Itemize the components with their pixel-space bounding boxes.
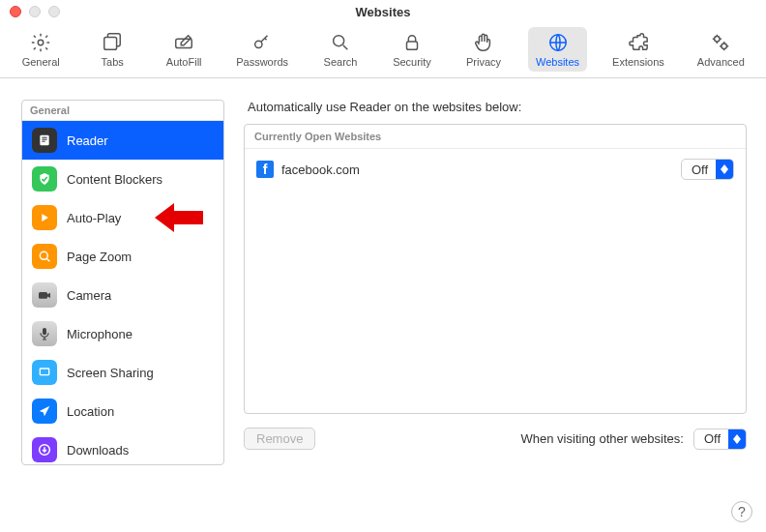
sidebar-item-label: Content Blockers: [67, 172, 162, 187]
autofill-icon: [171, 31, 196, 54]
location-icon: [32, 399, 57, 424]
open-websites-header: Currently Open Websites: [245, 125, 746, 149]
puzzle-icon: [626, 31, 651, 54]
sidebar-item-label: Auto-Play: [67, 211, 121, 225]
tab-tabs[interactable]: Tabs: [85, 27, 139, 72]
close-window-button[interactable]: [10, 6, 21, 17]
other-websites-dropdown[interactable]: Off: [693, 429, 747, 450]
chevron-up-down-icon: [716, 160, 733, 179]
microphone-icon: [32, 321, 57, 346]
sidebar-header: General: [22, 101, 223, 121]
sidebar-item-auto-play[interactable]: Auto-Play: [22, 198, 223, 237]
other-websites-label: When visiting other websites:: [521, 431, 684, 446]
svg-rect-12: [42, 141, 44, 142]
svg-point-4: [334, 36, 344, 46]
zoom-icon: [32, 244, 57, 269]
svg-rect-15: [43, 328, 46, 335]
svg-point-3: [255, 41, 262, 47]
sidebar-item-label: Screen Sharing: [67, 366, 154, 380]
tab-general[interactable]: General: [14, 27, 68, 72]
sidebar-list: Reader Content Blockers Auto-Play Page Z…: [22, 121, 223, 464]
sidebar-item-downloads[interactable]: Downloads: [22, 430, 223, 464]
sidebar-item-label: Page Zoom: [67, 250, 132, 264]
zoom-window-button[interactable]: [48, 6, 60, 17]
sidebar-item-label: Downloads: [67, 443, 129, 458]
svg-point-0: [38, 40, 44, 45]
svg-rect-1: [104, 38, 117, 50]
tab-search[interactable]: Search: [313, 27, 368, 72]
svg-rect-17: [41, 369, 48, 374]
open-websites-list: Currently Open Websites f facebook.com O…: [244, 124, 747, 414]
toolbar-label: Advanced: [697, 56, 745, 68]
sidebar-item-label: Reader: [67, 133, 108, 148]
sidebar-item-screen-sharing[interactable]: Screen Sharing: [22, 353, 223, 392]
camera-icon: [32, 282, 57, 308]
download-icon: [32, 437, 57, 462]
help-icon: ?: [738, 504, 746, 519]
category-sidebar: General Reader Content Blockers Auto-Pla…: [21, 100, 224, 465]
toolbar-label: Extensions: [612, 56, 664, 68]
sidebar-item-location[interactable]: Location: [22, 392, 223, 430]
toolbar-label: Passwords: [236, 56, 288, 68]
sidebar-item-label: Microphone: [67, 327, 133, 341]
screen-sharing-icon: [32, 360, 57, 385]
toolbar-label: Security: [393, 56, 431, 68]
globe-icon: [545, 31, 571, 54]
tab-privacy[interactable]: Privacy: [457, 27, 511, 72]
svg-rect-11: [42, 139, 46, 140]
facebook-icon: f: [256, 161, 274, 178]
tab-passwords[interactable]: Passwords: [228, 27, 296, 72]
tab-advanced[interactable]: Advanced: [690, 27, 752, 72]
play-icon: [32, 205, 57, 230]
svg-rect-9: [40, 135, 48, 146]
sidebar-item-label: Location: [67, 404, 114, 419]
minimize-window-button[interactable]: [29, 6, 41, 17]
hand-icon: [471, 31, 496, 54]
svg-rect-10: [42, 137, 46, 138]
svg-rect-14: [39, 292, 47, 299]
toolbar-label: AutoFill: [166, 56, 202, 68]
window-controls: [10, 6, 60, 17]
website-row[interactable]: f facebook.com Off: [245, 149, 746, 190]
gear-icon: [28, 31, 53, 54]
svg-rect-5: [407, 42, 418, 49]
help-button[interactable]: ?: [731, 501, 752, 522]
toolbar-label: Websites: [536, 56, 579, 68]
chevron-up-down-icon: [728, 429, 746, 449]
search-icon: [328, 31, 353, 54]
toolbar-label: Privacy: [466, 56, 501, 68]
gears-icon: [708, 31, 733, 54]
tab-security[interactable]: Security: [385, 27, 439, 72]
preferences-toolbar: General Tabs AutoFill Passwords Search S…: [0, 23, 766, 78]
window-title: Websites: [0, 5, 766, 19]
svg-point-7: [715, 37, 721, 43]
row-setting-dropdown[interactable]: Off: [681, 159, 734, 180]
shield-check-icon: [32, 166, 57, 192]
key-icon: [250, 31, 275, 54]
panel-footer: Remove When visiting other websites: Off: [244, 428, 747, 450]
sidebar-item-reader[interactable]: Reader: [22, 121, 223, 160]
toolbar-label: Search: [324, 56, 358, 68]
tab-extensions[interactable]: Extensions: [604, 27, 672, 72]
content-area: General Reader Content Blockers Auto-Pla…: [0, 78, 766, 465]
titlebar: Websites: [0, 0, 766, 23]
svg-point-8: [722, 44, 727, 48]
sidebar-item-camera[interactable]: Camera: [22, 276, 223, 314]
dropdown-value: Off: [694, 431, 728, 446]
lock-icon: [399, 31, 425, 54]
tab-autofill[interactable]: AutoFill: [157, 27, 211, 72]
sidebar-item-microphone[interactable]: Microphone: [22, 314, 223, 353]
toolbar-label: Tabs: [102, 56, 124, 68]
dropdown-value: Off: [682, 163, 716, 177]
reader-icon: [32, 128, 57, 153]
remove-button[interactable]: Remove: [244, 428, 315, 450]
sidebar-item-page-zoom[interactable]: Page Zoom: [22, 237, 223, 276]
sidebar-item-content-blockers[interactable]: Content Blockers: [22, 160, 223, 198]
panel-heading: Automatically use Reader on the websites…: [248, 100, 747, 114]
main-panel: Automatically use Reader on the websites…: [244, 100, 747, 465]
website-domain: facebook.com: [281, 163, 681, 177]
tab-websites[interactable]: Websites: [528, 27, 587, 72]
sidebar-item-label: Camera: [67, 288, 111, 303]
svg-point-13: [40, 251, 47, 259]
toolbar-label: General: [22, 56, 60, 68]
